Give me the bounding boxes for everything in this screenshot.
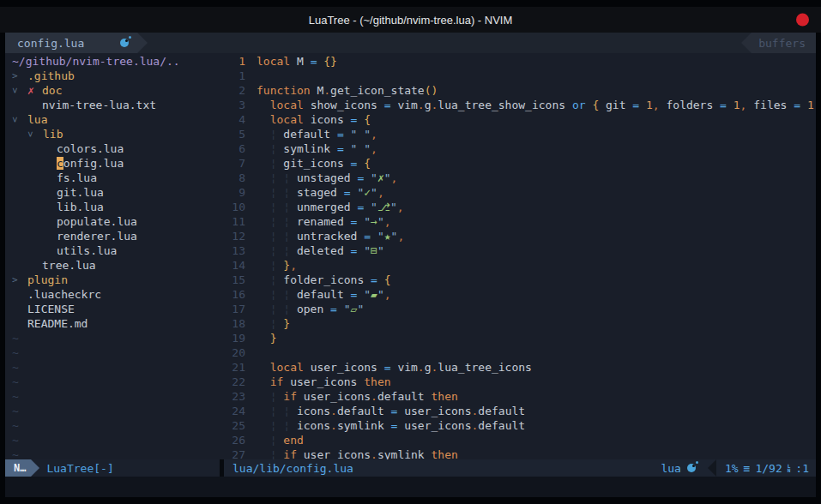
code-line[interactable]: 27 ¦ if user_icons.symlink then [220, 447, 816, 459]
tree-item-label: .luacheckrc [27, 287, 101, 302]
chevron-down-icon[interactable]: > [27, 127, 43, 141]
empty-line: ~ [5, 433, 220, 447]
line-number: 8 [220, 171, 245, 185]
line-number: 2 [220, 83, 245, 98]
tree-item[interactable]: utils.lua [5, 243, 220, 258]
tabline-spacer [137, 33, 741, 53]
chevron-right-icon[interactable]: > [12, 69, 27, 83]
code-line[interactable]: 9 ¦ ¦ staged = "✓", [220, 185, 816, 200]
code-line[interactable]: 1local M = {} [220, 54, 816, 69]
code-line[interactable]: 7 ¦ git_icons = { [220, 156, 816, 171]
tree-item[interactable]: >lua [5, 112, 220, 127]
code-line[interactable]: 16 ¦ ¦ default = "▰", [220, 287, 816, 302]
tree-item[interactable]: git.lua [5, 185, 220, 200]
code-line[interactable]: 24 ¦ ¦ icons.default = user_icons.defaul… [220, 404, 816, 418]
tree-item-label: .github [27, 69, 75, 83]
code-line[interactable]: 8 ¦ ¦ unstaged = "✗", [220, 171, 816, 185]
tree-item[interactable]: >✗doc [5, 83, 220, 98]
code-line[interactable]: 19 } [220, 331, 816, 345]
column-number: :1 [795, 461, 809, 476]
tree-item[interactable]: populate.lua [5, 214, 220, 229]
empty-line: ~ [5, 360, 220, 375]
code-line[interactable]: 22 if user_icons then [220, 375, 816, 389]
line-number: 10 [220, 200, 245, 214]
line-number: 15 [220, 273, 245, 287]
line-number: 1 [220, 69, 245, 83]
code-line[interactable]: 10 ¦ ¦ unmerged = "⎇", [220, 200, 816, 214]
code-line[interactable]: 6 ¦ symlink = " ", [220, 141, 816, 156]
line-number: 17 [220, 302, 245, 316]
code-line[interactable]: 23 ¦ if user_icons.default then [220, 389, 816, 404]
command-line[interactable] [5, 477, 816, 497]
line-number: 14 [220, 258, 245, 273]
line-number: 6 [220, 141, 245, 156]
filetype-group: lua [661, 461, 695, 476]
chevron-down-icon[interactable]: > [12, 112, 27, 127]
line-number: 27 [220, 447, 245, 459]
code-line[interactable]: 18 ¦ } [220, 316, 816, 331]
indent-guide: ¦ ¦ [257, 303, 297, 315]
main-split: ~/github/nvim-tree.lua/..>.github>✗docnv… [5, 53, 816, 459]
tree-item[interactable]: config.lua [5, 156, 220, 171]
scroll-percent: 1% [725, 461, 739, 476]
statusline-file-path: lua/lib/config.lua [232, 461, 353, 476]
line-number: 5 [220, 127, 245, 141]
statusline-tree-name: LuaTree[-] [46, 461, 113, 476]
code-line[interactable]: 14 ¦ }, [220, 258, 816, 273]
indent-guide [257, 113, 270, 126]
tree-item-label: tree.lua [42, 258, 96, 273]
indent-guide: ¦ [257, 390, 283, 403]
indent-guide [257, 375, 270, 388]
tree-item[interactable]: LICENSE [5, 302, 220, 316]
code-line[interactable]: 1 [220, 69, 816, 83]
tree-item[interactable]: fs.lua [5, 171, 220, 185]
indent-guide: ¦ ¦ [257, 405, 297, 417]
code-line[interactable]: 17 ¦ ¦ open = "▱" [220, 302, 816, 316]
tree-item[interactable]: >.github [5, 69, 220, 83]
chevron-down-icon[interactable]: > [12, 83, 27, 98]
editor-content: config.lua buffers ~/github/nvim-tree.lu… [5, 33, 816, 497]
tree-item[interactable]: >lib [5, 127, 220, 141]
tree-item[interactable]: nvim-tree-lua.txt [5, 98, 220, 112]
line-position: 1/92 [755, 461, 782, 476]
mode-indicator: N… [5, 459, 31, 477]
tree-item[interactable]: tree.lua [5, 258, 220, 273]
buffers-label[interactable]: buffers [752, 33, 816, 53]
code-line[interactable]: 15 ¦ folder_icons = { [220, 273, 816, 287]
tree-item[interactable]: README.md [5, 316, 220, 331]
tree-item-label: colors.lua [57, 141, 124, 156]
code-buffer: 1local M = {}12function M.get_icon_state… [220, 53, 816, 459]
tree-item[interactable]: .luacheckrc [5, 287, 220, 302]
tree-item-label: nvim-tree-lua.txt [42, 98, 156, 112]
line-number: 1 [220, 54, 245, 69]
statusline: N… LuaTree[-] lua/lib/config.lua lua 1% … [5, 459, 816, 477]
tree-item[interactable]: lib.lua [5, 200, 220, 214]
code-line[interactable]: 5 ¦ default = " ", [220, 127, 816, 141]
code-line[interactable]: 21 local user_icons = vim.g.lua_tree_ico… [220, 360, 816, 375]
code-line[interactable]: 2function M.get_icon_state() [220, 83, 816, 98]
tree-item[interactable]: ~/github/nvim-tree.lua/.. [5, 54, 220, 69]
code-line[interactable]: 12 ¦ ¦ untracked = "★", [220, 229, 816, 243]
tree-item[interactable]: >plugin [5, 273, 220, 287]
code-line[interactable]: 25 ¦ ¦ icons.symlink = user_icons.defaul… [220, 418, 816, 433]
tab-config-lua[interactable]: config.lua [5, 33, 137, 53]
tree-item[interactable]: colors.lua [5, 141, 220, 156]
code-line[interactable]: 3 local show_icons = vim.g.lua_tree_show… [220, 98, 816, 112]
indent-guide: ¦ [257, 273, 283, 286]
tree-item[interactable]: renderer.lua [5, 229, 220, 243]
lua-logo-icon [687, 464, 696, 472]
tree-item-label: plugin [27, 273, 68, 287]
chevron-right-icon[interactable]: > [12, 273, 27, 287]
code-line[interactable]: 4 local icons = { [220, 112, 816, 127]
code-line[interactable]: 26 ¦ end [220, 433, 816, 447]
code-line[interactable]: 11 ¦ ¦ renamed = "→", [220, 214, 816, 229]
lines-icon: ≡ [744, 461, 751, 476]
line-number: 9 [220, 185, 245, 200]
tree-item-label: config.lua [57, 156, 124, 171]
code-line[interactable]: 20 [220, 345, 816, 360]
code-line[interactable]: 13 ¦ ¦ deleted = "⊟" [220, 243, 816, 258]
tree-item-label: README.md [27, 316, 88, 331]
close-button[interactable] [796, 14, 809, 27]
indent-guide: ¦ [257, 317, 283, 330]
indent-guide: ¦ [257, 157, 283, 170]
